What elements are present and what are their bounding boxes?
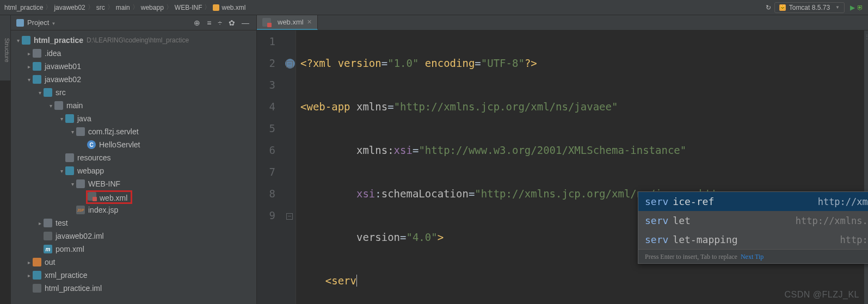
tree-item-label: HelloServlet [99, 140, 140, 149]
watermark: CSDN @FLZJ_KL [785, 290, 859, 300]
collapse-icon[interactable]: ÷ [216, 18, 224, 27]
breadcrumb-item[interactable]: main [116, 4, 130, 11]
breadcrumb-item[interactable]: javaweb02 [54, 4, 85, 11]
tree-item-label: xml_practice [45, 271, 88, 280]
breadcrumb[interactable]: html_practice〉 javaweb02〉 src〉 main〉 web… [4, 3, 766, 12]
file-icon [44, 232, 52, 240]
tree-item-label: test [56, 219, 68, 227]
tree-item[interactable]: web.xml [11, 190, 256, 203]
breadcrumb-item[interactable]: web.xml [221, 4, 245, 11]
fold-icon[interactable]: − [286, 61, 293, 67]
code-completion-popup[interactable]: service-refhttp://xmlns.jcp.org/xml/n…se… [638, 191, 868, 264]
project-tree[interactable]: html_practice D:\LEARING\codeing\html_pr… [11, 30, 256, 304]
completion-footer: Press Enter to insert, Tab to replace Ne… [638, 249, 868, 263]
run-config-label: Tomcat 8.5.73 [789, 4, 830, 11]
completion-hint: Press Enter to insert, Tab to replace [645, 246, 737, 268]
line-numbers: 123456789 [257, 30, 284, 304]
tree-item-label: index.jsp [88, 206, 118, 214]
tree-item-label: javaweb01 [45, 62, 81, 71]
tree-item-label: src [56, 88, 66, 97]
tree-item[interactable]: xml_practice [11, 269, 256, 282]
folder-icon [44, 219, 52, 227]
folder-icon [54, 101, 63, 110]
xml-file-icon [213, 4, 219, 11]
tree-item-label: web.xml [100, 194, 127, 202]
tree-item[interactable]: javaweb02 [11, 73, 256, 86]
folder-blue-icon [33, 271, 41, 280]
tree-item-label: .idea [45, 49, 61, 58]
tree-item-label: resources [77, 153, 110, 162]
breadcrumb-item[interactable]: webapp [141, 4, 164, 11]
run-button[interactable]: ▶ [850, 4, 855, 11]
expand-icon[interactable]: ≡ [205, 18, 213, 27]
hide-icon[interactable]: — [240, 18, 251, 27]
editor-tabs: web.xml ✕ [257, 15, 868, 30]
tree-item[interactable]: resources [11, 151, 256, 164]
tree-item-label: webapp [77, 166, 104, 175]
xml-file-icon [262, 18, 271, 27]
folder-blue-icon [44, 88, 52, 97]
tree-item-label: javaweb02.iml [56, 232, 104, 240]
next-tip-link[interactable]: Next Tip [741, 246, 764, 268]
tree-item[interactable]: src [11, 86, 256, 99]
folder-icon [76, 179, 85, 188]
tree-item[interactable]: CHelloServlet [11, 138, 256, 151]
tree-item-label: java [77, 114, 91, 123]
file-icon [33, 284, 41, 293]
folder-blue-icon [33, 62, 41, 71]
tree-root[interactable]: html_practice D:\LEARING\codeing\html_pr… [11, 34, 256, 47]
tree-item[interactable]: mpom.xml [11, 243, 256, 256]
debug-button[interactable]: ⛨ [857, 4, 864, 11]
tree-item-label: WEB-INF [88, 179, 120, 188]
m-icon: m [44, 245, 52, 253]
folder-icon [65, 153, 74, 162]
tree-item[interactable]: javaweb02.iml [11, 229, 256, 243]
project-panel-header: Project ⊕ ≡ ÷ ✿ — [11, 15, 256, 30]
tree-item-label: html_practice.iml [45, 284, 102, 293]
tree-item[interactable]: com.flzj.servlet [11, 125, 256, 138]
breadcrumb-item[interactable]: WEB-INF [175, 4, 202, 11]
folder-icon [33, 49, 41, 58]
class-icon: C [87, 140, 96, 149]
folder-blue-icon [65, 166, 74, 175]
tree-item[interactable]: .idea [11, 47, 256, 60]
navigation-bar: html_practice〉 javaweb02〉 src〉 main〉 web… [0, 0, 868, 15]
tree-item[interactable]: javaweb01 [11, 60, 256, 73]
gutter-icons[interactable]: − − [284, 30, 296, 304]
tree-item-label: pom.xml [56, 245, 84, 253]
tab-web-xml[interactable]: web.xml ✕ [257, 15, 318, 30]
fold-icon[interactable]: − [286, 213, 293, 220]
completion-item[interactable]: servlethttp://xmlns.jcp.org/xml/ns/ja… [638, 211, 868, 230]
tab-label: web.xml [278, 18, 304, 26]
folder-orange-icon [33, 258, 41, 266]
tree-item[interactable]: WEB-INF [11, 177, 256, 190]
code-editor[interactable]: 123456789 − − <?xml version="1.0" encodi… [257, 30, 868, 304]
breadcrumb-item[interactable]: src [96, 4, 105, 11]
tree-item[interactable]: JSPindex.jsp [11, 203, 256, 216]
tree-item[interactable]: html_practice.iml [11, 282, 256, 295]
folder-blue-icon [33, 75, 41, 84]
project-title[interactable]: Project [27, 18, 56, 27]
locate-icon[interactable]: ⊕ [192, 18, 202, 27]
folder-blue-icon [65, 114, 74, 123]
tree-item[interactable]: main [11, 99, 256, 112]
folder-icon [76, 127, 85, 136]
tree-item[interactable]: out [11, 256, 256, 269]
tree-item[interactable]: webapp [11, 164, 256, 177]
tree-item[interactable]: test [11, 216, 256, 229]
jsp-icon: JSP [76, 206, 85, 214]
tree-item-label: main [66, 101, 83, 110]
run-config-selector[interactable]: 🐱 Tomcat 8.5.73 [774, 2, 845, 13]
breadcrumb-item[interactable]: html_practice [4, 4, 43, 11]
completion-item[interactable]: service-refhttp://xmlns.jcp.org/xml/n… [638, 192, 868, 211]
structure-tool-tab[interactable]: Structure [0, 15, 11, 80]
close-icon[interactable]: ✕ [307, 18, 312, 26]
tomcat-icon: 🐱 [779, 4, 786, 11]
xml-icon [88, 192, 96, 201]
tree-item-label: out [45, 258, 55, 266]
settings-icon[interactable]: ✿ [227, 18, 237, 27]
sync-icon[interactable]: ↻ [766, 4, 771, 11]
module-icon [22, 36, 30, 45]
project-icon [16, 19, 24, 27]
tree-item[interactable]: java [11, 112, 256, 125]
